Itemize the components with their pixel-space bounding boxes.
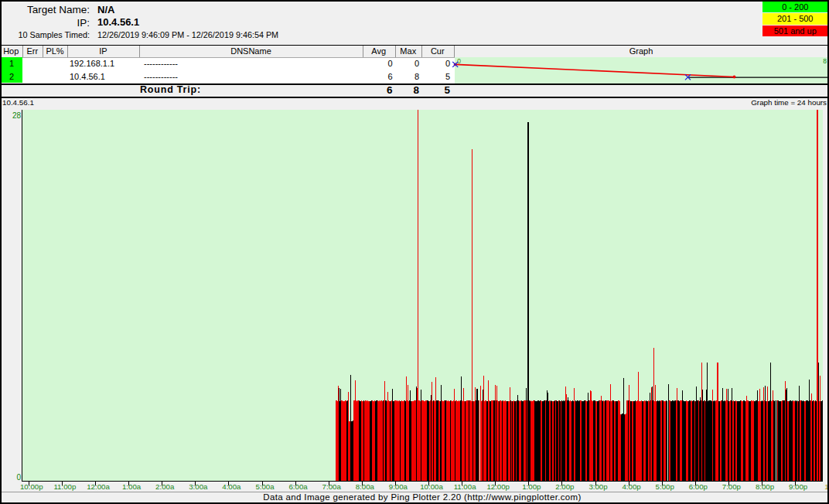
svg-text:12:00p: 12:00p [486, 482, 510, 491]
svg-text:7:00a: 7:00a [322, 482, 342, 491]
svg-text:9:00a: 9:00a [389, 482, 408, 491]
svg-text:5:00p: 5:00p [656, 482, 674, 491]
svg-text:8: 8 [823, 56, 827, 64]
svg-text:0: 0 [16, 473, 21, 482]
svg-text:3:00p: 3:00p [588, 482, 607, 491]
svg-text:11:00p: 11:00p [53, 482, 76, 491]
svg-text:10:00a: 10:00a [420, 482, 443, 491]
svg-text:7:00p: 7:00p [722, 482, 741, 491]
svg-text:8:00a: 8:00a [356, 482, 375, 491]
svg-text:12:00a: 12:00a [87, 482, 110, 491]
svg-text:1:00p: 1:00p [522, 482, 541, 491]
svg-text:11:00a: 11:00a [454, 482, 477, 491]
svg-text:1:00a: 1:00a [122, 482, 142, 491]
svg-text:8:00p: 8:00p [756, 482, 774, 491]
svg-text:2:00p: 2:00p [555, 482, 574, 491]
svg-text:10:00p: 10:00p [20, 482, 43, 491]
svg-text:4:00a: 4:00a [222, 482, 241, 491]
svg-text:3:00a: 3:00a [189, 482, 208, 491]
svg-text:28: 28 [12, 111, 22, 120]
svg-text:2:00a: 2:00a [155, 482, 175, 491]
svg-text:0: 0 [457, 56, 461, 64]
svg-text:4:00p: 4:00p [622, 482, 640, 491]
svg-text:5:00a: 5:00a [255, 482, 275, 491]
svg-text:6:00p: 6:00p [689, 482, 708, 491]
svg-text:9:00p: 9:00p [789, 482, 807, 491]
svg-text:6:00a: 6:00a [288, 482, 308, 491]
